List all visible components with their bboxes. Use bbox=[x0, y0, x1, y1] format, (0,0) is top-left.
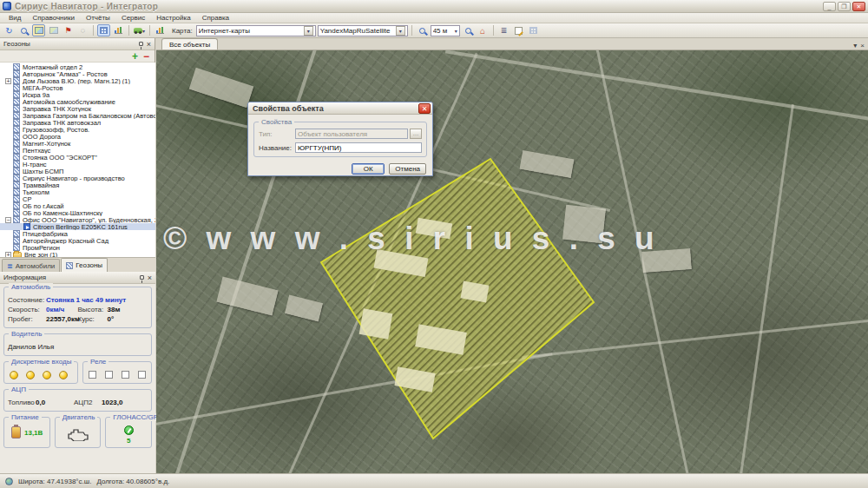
home-button[interactable]: ⌂ bbox=[477, 24, 490, 36]
tree-item[interactable]: Трамвайная bbox=[0, 181, 155, 188]
flag-button[interactable]: ⚑ bbox=[62, 24, 75, 36]
geofence-icon bbox=[13, 168, 20, 175]
speed-label: Скорость: bbox=[8, 306, 46, 313]
zoom-in-button[interactable] bbox=[416, 24, 429, 36]
minimize-button[interactable]: _ bbox=[823, 2, 836, 11]
geozones-mode-button[interactable] bbox=[32, 24, 45, 36]
tree-item[interactable]: Автомойка самообслуживание bbox=[0, 98, 155, 105]
tree-item[interactable]: Авторынок "Алмаз" - Ростов bbox=[0, 70, 155, 77]
zoom-out-button[interactable] bbox=[462, 24, 475, 36]
grid-view-button[interactable] bbox=[97, 24, 110, 36]
menu-item-5[interactable]: Справка bbox=[197, 13, 234, 23]
close-button[interactable]: ✕ bbox=[852, 2, 865, 11]
menu-item-3[interactable]: Сервис bbox=[116, 13, 150, 23]
tree-item[interactable]: Шахты БСМП bbox=[0, 168, 155, 175]
reports-button[interactable] bbox=[154, 24, 167, 36]
tree-item[interactable]: Citroen Berlingo E205KC 161rus bbox=[0, 223, 155, 230]
dialog-close-button[interactable]: ✕ bbox=[418, 103, 431, 114]
refresh-button[interactable]: ↻ bbox=[3, 24, 16, 36]
search-button[interactable] bbox=[17, 24, 30, 36]
tree-item[interactable]: Грузовозофф, Ростов. bbox=[0, 126, 155, 133]
vehicles-dropdown-button[interactable]: ▾ bbox=[133, 24, 146, 36]
driver-group-title: Водитель bbox=[9, 330, 44, 338]
engine-group: Двигатель bbox=[55, 417, 102, 448]
chevron-down-icon[interactable]: ▾ bbox=[396, 26, 405, 36]
browse-button[interactable]: … bbox=[410, 129, 422, 139]
tree-item[interactable]: ОБ по Каменск-Шахтинску bbox=[0, 209, 155, 216]
tree-item[interactable]: Пентхаус bbox=[0, 147, 155, 154]
tab-geozones[interactable]: Геозоны bbox=[61, 258, 108, 272]
cancel-button[interactable]: Отмена bbox=[389, 163, 426, 175]
track-button[interactable]: ◌ bbox=[76, 24, 89, 36]
tree-item-label: Искра 9а bbox=[23, 91, 49, 98]
menu-item-0[interactable]: Вид bbox=[3, 13, 26, 23]
zoom-level-combo[interactable]: 45 м ▾ bbox=[431, 25, 460, 36]
menu-item-4[interactable]: Настройка bbox=[151, 13, 195, 23]
tree-item[interactable]: Птицефабрика bbox=[0, 230, 155, 237]
tree-item[interactable]: +Вне зон (1) bbox=[0, 251, 155, 257]
restore-button[interactable]: ❐ bbox=[838, 2, 851, 11]
menu-item-2[interactable]: Отчёты bbox=[81, 13, 115, 23]
latitude-value: Широта: 47.41938°с.ш. bbox=[18, 478, 91, 485]
remove-geozone-button[interactable]: − bbox=[143, 52, 149, 61]
tree-item[interactable]: Тьюхолм bbox=[0, 188, 155, 195]
expand-icon[interactable]: + bbox=[5, 78, 11, 84]
relay-checkbox[interactable] bbox=[89, 371, 96, 379]
tab-vehicles[interactable]: ≣ Автомобили bbox=[2, 259, 60, 272]
dialog-title-bar[interactable]: Свойства объекта ✕ bbox=[248, 102, 432, 115]
tree-item[interactable]: Магнит-Хотунок bbox=[0, 140, 155, 147]
tree-item[interactable]: Монтажный отдел 2 bbox=[0, 63, 155, 70]
tree-item[interactable]: Заправка Газпром на Баклановском (Автово… bbox=[0, 112, 155, 119]
tree-item[interactable]: Стоянка ООО "ЭСКОРТ" bbox=[0, 154, 155, 161]
map-mode-button[interactable] bbox=[47, 24, 60, 36]
name-field[interactable] bbox=[295, 142, 422, 153]
relay-checkbox[interactable] bbox=[105, 371, 113, 379]
map-source-combo[interactable]: Интернет-карты ▾ bbox=[196, 25, 316, 36]
tree-item[interactable]: ООО Дорога bbox=[0, 133, 155, 140]
ok-button[interactable]: ОК bbox=[352, 163, 385, 175]
name-label: Название: bbox=[259, 144, 295, 152]
geofence-icon bbox=[13, 202, 20, 209]
map-layer-combo[interactable]: YandexMapRuSatellite ▾ bbox=[318, 25, 408, 36]
search-icon bbox=[21, 28, 27, 34]
window-title: Сириус Навигатор - Интегратор bbox=[15, 2, 158, 11]
tree-item[interactable]: ОБ по г.Аксай bbox=[0, 202, 155, 209]
tree-item[interactable]: СР bbox=[0, 195, 155, 202]
tree-item[interactable]: ПромРегион bbox=[0, 244, 155, 251]
tree-item[interactable]: +Дом Лызова В.Ю. (пер. Магн.12) (1) bbox=[0, 77, 155, 84]
geofence-icon bbox=[13, 175, 20, 181]
tree-item[interactable]: Сириус Навигатор - производство bbox=[0, 175, 155, 181]
collapse-icon[interactable]: − bbox=[5, 217, 11, 223]
list-button[interactable]: ≣ bbox=[497, 24, 510, 36]
add-geozone-button[interactable]: + bbox=[132, 52, 138, 61]
table-button[interactable] bbox=[527, 24, 540, 36]
geofence-polygon[interactable] bbox=[321, 159, 594, 439]
tree-item[interactable]: −Офис ООО "Навигатор", ул. Буденновская,… bbox=[0, 216, 155, 223]
tree-item[interactable]: МЕГА-Ростов bbox=[0, 84, 155, 91]
chart-button[interactable] bbox=[112, 24, 125, 36]
close-icon[interactable]: × bbox=[147, 41, 151, 48]
close-icon[interactable]: × bbox=[860, 42, 865, 49]
tab-vehicles-label: Автомобили bbox=[16, 262, 56, 270]
map-canvas[interactable]: © w w w . s i r i u s . s u Свойства объ… bbox=[156, 50, 868, 473]
chevron-down-icon[interactable]: ▾ bbox=[304, 26, 313, 36]
sidebar: Геозоны × + − Монтажный отдел 2Авторынок… bbox=[0, 38, 155, 473]
tree-item[interactable]: Н-транс bbox=[0, 161, 155, 168]
pin-icon[interactable] bbox=[140, 275, 144, 280]
relay-checkbox[interactable] bbox=[122, 371, 129, 379]
edit-button[interactable] bbox=[512, 24, 525, 36]
pin-icon[interactable] bbox=[139, 42, 143, 46]
tab-all-objects[interactable]: Все объекты bbox=[161, 38, 218, 49]
discrete-inputs-group: Дискретные входы bbox=[3, 361, 78, 384]
tree-item-label: Вне зон (1) bbox=[24, 251, 57, 257]
tree-item[interactable]: Искра 9а bbox=[0, 91, 155, 98]
mileage-label: Пробег: bbox=[8, 315, 46, 323]
watermark: © w w w . s i r i u s . s u bbox=[163, 221, 866, 257]
chevron-down-icon[interactable]: ▾ bbox=[853, 42, 857, 49]
menu-item-1[interactable]: Справочники bbox=[27, 13, 79, 23]
tree-item[interactable]: Авторейнджер Красный Сад bbox=[0, 237, 155, 244]
tree-item[interactable]: Заправка ТНК Хотунок bbox=[0, 105, 155, 112]
relay-checkbox[interactable] bbox=[138, 371, 146, 379]
tree-item[interactable]: Заправка ТНК автовокзал bbox=[0, 119, 155, 126]
close-icon[interactable]: × bbox=[148, 274, 152, 281]
